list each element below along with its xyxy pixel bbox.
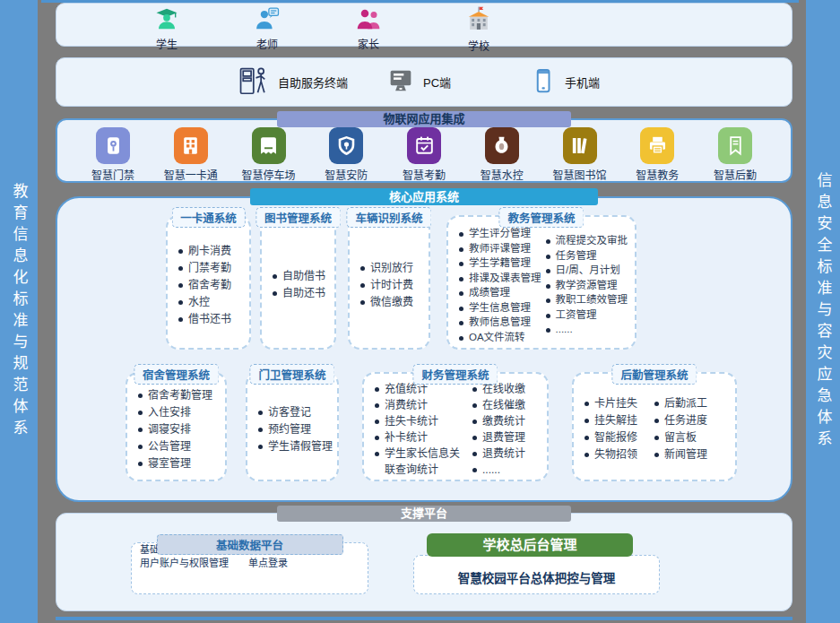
parents-icon xyxy=(355,5,382,36)
system-feature-label: 学生请假管理 xyxy=(268,438,333,455)
bullet-icon xyxy=(258,411,263,415)
system-feature-column: 充值统计消费统计挂失卡统计补卡统计学生家长信息关联查询统计 xyxy=(375,381,468,478)
system-feature-item: 教学资源管理 xyxy=(546,278,628,293)
bullet-icon xyxy=(178,249,183,254)
system-feature-item: 门禁考勤 xyxy=(178,260,231,277)
terminal-item: PC端 xyxy=(386,58,451,106)
system-feature-item: 退费管理 xyxy=(472,429,525,446)
bullet-icon xyxy=(138,411,143,415)
system-feature-item: 智能报修 xyxy=(585,429,637,446)
system-feature-item: 宿舍考勤 xyxy=(178,277,231,294)
system-feature-label: 流程提交及审批 xyxy=(556,233,628,248)
system-feature-item: 入住安排 xyxy=(138,404,212,421)
system-card: 门卫管理系统访客登记预约管理学生请假管理 xyxy=(246,372,339,481)
system-feature-item: 自助借书 xyxy=(273,268,325,285)
system-feature-item: 挂失解挂 xyxy=(585,412,637,429)
system-feature-item: 日/周、月计划 xyxy=(546,263,628,278)
system-feature-label: OA文件流转 xyxy=(469,330,525,345)
terminal-item: 手机端 xyxy=(530,58,600,106)
smartphone-icon xyxy=(530,67,557,98)
left-standards-bar: 教育信息化标准与规范体系 xyxy=(0,0,38,623)
system-feature-label: 失物招领 xyxy=(594,446,637,463)
system-feature-column: 卡片挂失挂失解挂智能报修失物招领 xyxy=(585,395,637,463)
building-card-icon xyxy=(174,127,208,164)
iot-app-item: 智慧一卡通 xyxy=(155,127,227,182)
bullet-icon xyxy=(546,299,550,303)
iot-app-item: 智慧停车场 xyxy=(233,127,305,182)
system-feature-column: 刷卡消费门禁考勤宿舍考勤水控借书还书 xyxy=(178,243,231,328)
system-feature-columns: 充值统计消费统计挂失卡统计补卡统计学生家长信息关联查询统计在线收缴在线催缴缴费统… xyxy=(364,374,547,480)
system-feature-columns: 自助借书自助还书 xyxy=(262,217,334,348)
system-feature-item: 学生学籍管理 xyxy=(459,255,541,271)
iot-app-label: 智慧停车场 xyxy=(241,167,295,182)
bookmark-icon xyxy=(718,127,752,164)
user-role-label: 家长 xyxy=(358,36,379,51)
system-feature-label: 退费统计 xyxy=(482,446,525,462)
bullet-icon xyxy=(459,336,463,341)
system-feature-item: 公告管理 xyxy=(138,438,212,455)
system-feature-item: 任务进度 xyxy=(654,412,707,429)
system-feature-label: 在线催缴 xyxy=(482,397,525,413)
system-feature-item: 水控 xyxy=(178,294,231,311)
system-feature-item: 学生家长信息关联查询统计 xyxy=(375,446,468,478)
system-feature-item: 成绩管理 xyxy=(459,285,541,300)
iot-app-item: 智慧教务 xyxy=(621,127,693,182)
system-feature-label: 访客登记 xyxy=(268,404,311,421)
system-feature-item: 寝室管理 xyxy=(138,455,212,472)
system-feature-item: 教职工绩效管理 xyxy=(546,292,628,307)
system-feature-item: 后勤派工 xyxy=(654,395,707,412)
user-role-label: 老师 xyxy=(256,36,278,51)
terminals-panel: 自助服务终端PC端手机端 xyxy=(56,57,792,107)
kiosk-icon xyxy=(236,64,270,101)
bullet-icon xyxy=(546,328,550,333)
system-feature-column: 流程提交及审批任务管理日/周、月计划教学资源管理教职工绩效管理工资管理.....… xyxy=(546,233,628,337)
system-feature-label: 学生学籍管理 xyxy=(469,255,531,271)
system-feature-label: 借书还书 xyxy=(188,311,231,328)
base-data-platform-card: 基础数据平台 基础数据管理 平台全局配置 统一身份认证 用户账户与权限管理 单点… xyxy=(131,542,368,594)
system-feature-label: ...... xyxy=(482,462,500,478)
system-feature-item: 预约管理 xyxy=(258,421,333,438)
bullet-icon xyxy=(472,420,477,424)
iot-panel: 物联网应用集成 智慧门禁智慧一卡通智慧停车场智慧安防智慧考勤智慧水控智慧图书馆智… xyxy=(56,118,792,183)
system-feature-label: 卡片挂失 xyxy=(594,395,637,412)
iot-app-label: 智慧后勤 xyxy=(714,167,757,182)
system-feature-item: ...... xyxy=(546,322,628,337)
iot-banner: 物联网应用集成 xyxy=(277,111,571,127)
bullet-icon xyxy=(585,402,589,406)
system-feature-label: 排课及课表管理 xyxy=(469,271,541,286)
system-feature-label: 刷卡消费 xyxy=(188,243,231,260)
system-feature-item: 学生评分管理 xyxy=(459,226,541,241)
bullet-icon xyxy=(472,452,477,456)
bullet-icon xyxy=(138,462,143,466)
system-feature-label: 留言板 xyxy=(664,429,697,446)
bullet-icon xyxy=(178,266,183,271)
iot-app-item: 智慧水控 xyxy=(466,127,538,182)
system-feature-columns: 卡片挂失挂失解挂智能报修失物招领后勤派工任务进度留言板新闻管理 xyxy=(574,374,735,480)
system-feature-label: 挂失卡统计 xyxy=(385,413,438,429)
bullet-icon xyxy=(360,283,365,288)
bullet-icon xyxy=(585,453,589,457)
bottom-accent-line xyxy=(56,617,792,620)
system-feature-label: 寝室管理 xyxy=(148,455,191,472)
system-feature-item: 挂失卡统计 xyxy=(375,413,468,429)
bullet-icon xyxy=(546,284,550,289)
left-standards-label: 教育信息化标准与规范体系 xyxy=(8,183,30,441)
system-feature-label: 任务进度 xyxy=(664,412,707,429)
system-feature-label: 水控 xyxy=(188,294,210,311)
system-feature-item: 在线催缴 xyxy=(472,397,525,413)
system-feature-label: 微信缴费 xyxy=(370,294,413,311)
system-feature-item: 工资管理 xyxy=(546,307,628,323)
system-feature-label: 教职工绩效管理 xyxy=(556,292,628,307)
pc-monitor-icon xyxy=(386,66,415,99)
bullet-icon xyxy=(459,232,463,237)
system-feature-label: 学生评分管理 xyxy=(469,226,531,241)
system-feature-item: 微信缴费 xyxy=(360,294,413,311)
user-role-item: 学生 xyxy=(126,5,207,51)
system-card-title: 教务管理系统 xyxy=(498,207,584,228)
system-feature-item: 缴费统计 xyxy=(472,413,525,429)
system-feature-column: 宿舍考勤管理入住安排调寝安排公告管理寝室管理 xyxy=(138,387,212,472)
system-feature-item: 识别放行 xyxy=(360,260,413,277)
water-jug-icon xyxy=(485,127,519,164)
system-card-title: 后勤管理系统 xyxy=(611,364,697,385)
system-feature-label: 任务管理 xyxy=(556,248,597,264)
